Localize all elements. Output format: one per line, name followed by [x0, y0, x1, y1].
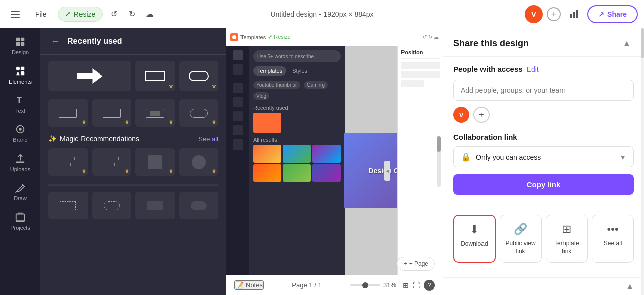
sidebar-item-text[interactable]: T Text [3, 91, 37, 118]
notes-icon: 📝 [235, 281, 244, 289]
magic-grid: ♛ ♛ ♛ ♛ [48, 148, 218, 176]
panel-area: ← Recently used ♛ ♛ [40, 28, 226, 295]
magic-item-4[interactable]: ♛ [179, 148, 219, 176]
share-panel-body: People with access Edit V + Collaboratio… [443, 57, 644, 277]
undo-button[interactable]: ↺ [107, 7, 121, 21]
people-access-header: People with access Edit [453, 65, 634, 73]
user-avatar[interactable]: V [525, 5, 543, 23]
sidebar-item-uploads[interactable]: Uploads [3, 149, 37, 176]
sidebar-item-brand[interactable]: Brand [3, 120, 37, 147]
people-access-title: People with access [453, 65, 523, 73]
row-shape-1[interactable]: ♛ [48, 99, 88, 127]
svg-rect-8 [21, 67, 24, 70]
redo-button[interactable]: ↻ [125, 7, 139, 21]
add-collaborator-button[interactable]: + [547, 7, 561, 21]
template-link-action[interactable]: ⊞ Template link [546, 215, 588, 263]
fullscreen-button[interactable]: ⛶ [413, 281, 420, 289]
projects-icon [15, 211, 26, 223]
panel-scroll-controls: ▲ [443, 277, 644, 295]
close-share-panel-button[interactable]: ▲ [620, 36, 634, 50]
svg-rect-4 [21, 38, 24, 41]
share-button[interactable]: ↗ Share [587, 5, 638, 23]
resize-button[interactable]: ⤢ Resize [58, 7, 103, 22]
svg-rect-1 [573, 12, 575, 18]
svg-rect-13 [16, 162, 25, 163]
hamburger-menu[interactable] [6, 5, 24, 23]
magic-item-1[interactable]: ♛ [48, 148, 88, 176]
uploads-icon [15, 153, 26, 164]
shape-rect[interactable]: ♛ [135, 61, 175, 91]
panel-header: ← Recently used [40, 28, 226, 55]
zoom-level: 31% [383, 281, 398, 289]
avatar-row: V + [453, 107, 634, 123]
svg-rect-6 [21, 42, 24, 46]
svg-point-12 [19, 128, 22, 131]
magic-item-3[interactable]: ♛ [135, 148, 175, 176]
shape-rounded-rect[interactable]: ♛ [179, 61, 219, 91]
file-button[interactable]: File [28, 7, 54, 21]
extra-shape-2[interactable] [92, 192, 132, 219]
access-dropdown[interactable]: 🔒 Only you can access ▼ [453, 146, 634, 167]
sidebar-item-projects[interactable]: Projects [3, 207, 37, 235]
extra-shape-3[interactable] [135, 192, 175, 219]
see-all-icon: ••• [607, 223, 619, 236]
shapes-grid: ♛ ♛ [48, 61, 218, 91]
sidebar-item-draw[interactable]: Draw [3, 178, 37, 205]
scroll-up-button[interactable]: ▲ [626, 282, 634, 291]
extra-shape-1[interactable] [48, 192, 88, 219]
sidebar-item-elements[interactable]: Elements [3, 61, 37, 89]
svg-rect-0 [570, 14, 572, 18]
public-view-label: Public view link [504, 240, 537, 255]
svg-rect-3 [16, 38, 20, 41]
shape-arrow[interactable] [48, 61, 131, 91]
top-bar: File ⤢ Resize ↺ ↻ ☁ Untitled design - 19… [0, 0, 644, 28]
people-input[interactable] [453, 80, 634, 101]
sidebar-item-design[interactable]: Design [3, 32, 37, 59]
nested-left-panel [226, 46, 249, 295]
nested-all-results: All results [253, 137, 341, 182]
download-label: Download [461, 240, 488, 248]
analytics-button[interactable] [565, 5, 583, 23]
design-icon [15, 36, 26, 47]
public-view-action[interactable]: 🔗 Public view link [500, 215, 542, 263]
notes-button[interactable]: 📝 Notes [234, 280, 264, 290]
panel-scroll[interactable]: ♛ ♛ ♛ ♛ [40, 55, 226, 295]
collab-section: Collaboration link 🔒 Only you can access… [453, 133, 634, 205]
canvas-area: Templates ⤢ Resize ↺ ↻ ☁ [226, 28, 443, 295]
svg-point-7 [16, 67, 20, 70]
main-content: Design Elements T Text Brand [0, 28, 644, 295]
chevron-down-icon: ▼ [619, 153, 626, 161]
add-person-button[interactable]: + [473, 107, 490, 123]
see-all-label: See all [604, 240, 622, 248]
see-all-button[interactable]: See all [198, 135, 218, 143]
panel-scrollbar-track [641, 28, 644, 295]
design-title: Untitled design - 1920px × 884px [270, 10, 373, 19]
grid-view-button[interactable]: ⊞ [403, 281, 409, 289]
resize-icon: ⤢ [65, 10, 71, 18]
back-button[interactable]: ← [48, 34, 62, 48]
canvas-scrollbar[interactable] [437, 136, 441, 187]
row-shape-4[interactable]: ♛ [179, 99, 219, 127]
share-icon: ↗ [598, 10, 604, 18]
bottom-bar: 📝 Notes Page 1 / 1 31% ⊞ ⛶ ? [226, 275, 443, 295]
magic-item-2[interactable]: ♛ [92, 148, 132, 176]
draw-icon [15, 182, 26, 193]
svg-text:T: T [17, 96, 22, 105]
help-button[interactable]: ? [424, 280, 435, 291]
nested-screenshot: Templates ⤢ Resize ↺ ↻ ☁ [226, 28, 443, 295]
svg-rect-2 [576, 10, 578, 18]
extra-shapes-grid [48, 192, 218, 219]
edit-link[interactable]: Edit [527, 65, 539, 73]
row-shape-2[interactable]: ♛ [92, 99, 132, 127]
row-shape-3[interactable]: ♛ [135, 99, 175, 127]
zoom-slider[interactable] [350, 284, 380, 286]
share-actions: ⬇ Download 🔗 Public view link ⊞ Template… [453, 215, 634, 263]
copy-link-button[interactable]: Copy link [453, 174, 634, 195]
add-page-button[interactable]: + + Page [397, 257, 435, 271]
see-all-action[interactable]: ••• See all [592, 215, 634, 263]
download-action[interactable]: ⬇ Download [453, 215, 496, 263]
nested-hide-panel[interactable]: ◀ [384, 161, 390, 181]
user-avatar-small: V [453, 107, 469, 123]
extra-shape-4[interactable] [179, 192, 219, 219]
rows-grid: ♛ ♛ ♛ ♛ [48, 99, 218, 127]
